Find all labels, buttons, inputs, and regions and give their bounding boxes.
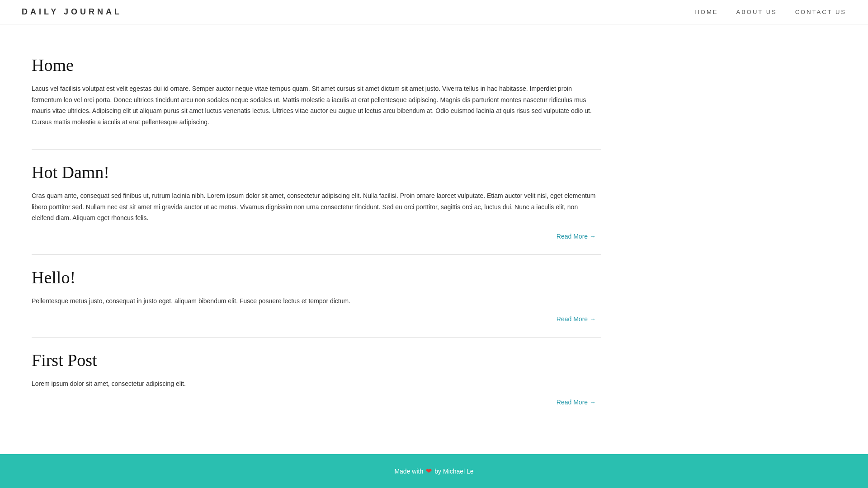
site-header: DAILY JOURNAL HOME ABOUT US CONTACT US — [0, 0, 868, 24]
post-hot-damn-title: Hot Damn! — [32, 162, 601, 182]
post-home-body: Lacus vel facilisis volutpat est velit e… — [32, 83, 601, 127]
read-more-container-first-post: Read More → — [32, 399, 601, 406]
footer-made-with: Made with — [394, 468, 423, 475]
read-more-container-hot-damn: Read More → — [32, 233, 601, 240]
read-more-hot-damn[interactable]: Read More → — [557, 233, 596, 240]
post-first-post: First Post Lorem ipsum dolor sit amet, c… — [32, 350, 601, 420]
post-hot-damn: Hot Damn! Cras quam ante, consequat sed … — [32, 162, 601, 255]
footer-text: Made with ❤ by Michael Le — [13, 467, 855, 475]
main-nav: HOME ABOUT US CONTACT US — [695, 9, 846, 15]
main-content: Home Lacus vel facilisis volutpat est ve… — [0, 24, 633, 454]
site-logo: DAILY JOURNAL — [22, 7, 122, 17]
nav-home[interactable]: HOME — [695, 9, 718, 15]
nav-about[interactable]: ABOUT US — [736, 9, 777, 15]
footer-by: by Michael Le — [434, 468, 473, 475]
post-home: Home Lacus vel facilisis volutpat est ve… — [32, 55, 601, 150]
post-hello-body: Pellentesque metus justo, consequat in j… — [32, 296, 601, 307]
heart-icon: ❤ — [426, 467, 432, 475]
post-first-post-title: First Post — [32, 350, 601, 370]
site-footer: Made with ❤ by Michael Le — [0, 454, 868, 488]
post-hello-title: Hello! — [32, 267, 601, 287]
post-home-title: Home — [32, 55, 601, 75]
post-hello: Hello! Pellentesque metus justo, consequ… — [32, 267, 601, 338]
post-first-post-body: Lorem ipsum dolor sit amet, consectetur … — [32, 378, 601, 389]
read-more-container-hello: Read More → — [32, 315, 601, 323]
nav-contact[interactable]: CONTACT US — [795, 9, 846, 15]
post-hot-damn-body: Cras quam ante, consequat sed finibus ut… — [32, 190, 601, 224]
read-more-first-post[interactable]: Read More → — [557, 399, 596, 406]
read-more-hello[interactable]: Read More → — [557, 315, 596, 323]
